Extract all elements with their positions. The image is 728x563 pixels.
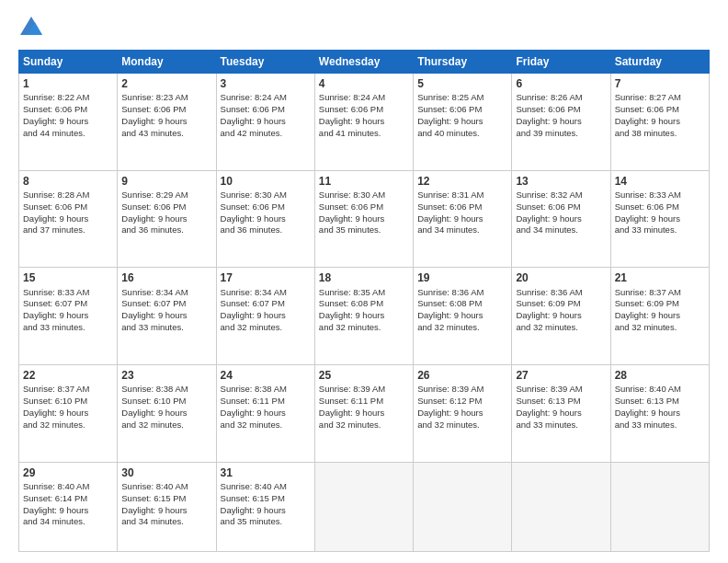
- day-number: 31: [221, 465, 311, 480]
- calendar-cell: 27Sunrise: 8:39 AMSunset: 6:13 PMDayligh…: [512, 365, 610, 463]
- cell-info-line: and 41 minutes.: [319, 128, 409, 140]
- logo-icon: [18, 15, 44, 40]
- calendar-cell: 10Sunrise: 8:30 AMSunset: 6:06 PMDayligh…: [216, 170, 314, 268]
- day-number: 19: [417, 270, 507, 285]
- calendar-cell: 3Sunrise: 8:24 AMSunset: 6:06 PMDaylight…: [216, 74, 314, 171]
- day-number: 26: [417, 368, 507, 383]
- day-number: 24: [221, 368, 311, 383]
- cell-info-line: Daylight: 9 hours: [23, 116, 113, 128]
- calendar-cell: [314, 462, 413, 551]
- cell-info-line: and 32 minutes.: [319, 419, 409, 431]
- calendar-cell: 23Sunrise: 8:38 AMSunset: 6:10 PMDayligh…: [118, 365, 216, 463]
- calendar-cell: 25Sunrise: 8:39 AMSunset: 6:11 PMDayligh…: [314, 365, 413, 463]
- cell-info-line: and 35 minutes.: [319, 224, 409, 236]
- calendar-cell: 15Sunrise: 8:33 AMSunset: 6:07 PMDayligh…: [19, 268, 118, 365]
- cell-info-line: Sunset: 6:12 PM: [417, 396, 507, 408]
- cell-info-line: Sunset: 6:13 PM: [615, 396, 705, 408]
- cell-info-line: and 36 minutes.: [221, 224, 311, 236]
- cell-info-line: and 33 minutes.: [615, 224, 705, 236]
- cell-info-line: Sunrise: 8:34 AM: [121, 287, 211, 299]
- cell-info-line: Daylight: 9 hours: [615, 310, 705, 322]
- cell-info-line: Sunset: 6:13 PM: [516, 396, 606, 408]
- cell-info-line: Sunset: 6:15 PM: [121, 493, 211, 505]
- cell-info-line: and 32 minutes.: [221, 419, 311, 431]
- calendar-cell: [610, 462, 709, 551]
- cell-info-line: Sunrise: 8:24 AM: [319, 92, 409, 104]
- calendar-cell: [414, 462, 512, 551]
- cell-info-line: Sunset: 6:08 PM: [417, 298, 507, 310]
- cell-info-line: Daylight: 9 hours: [221, 505, 311, 517]
- cell-info-line: Sunset: 6:10 PM: [23, 396, 113, 408]
- cell-info-line: Sunset: 6:10 PM: [121, 396, 211, 408]
- cell-info-line: Daylight: 9 hours: [221, 213, 311, 225]
- calendar-cell: 29Sunrise: 8:40 AMSunset: 6:14 PMDayligh…: [19, 462, 118, 551]
- calendar-cell: 20Sunrise: 8:36 AMSunset: 6:09 PMDayligh…: [512, 268, 610, 365]
- cell-info-line: Sunrise: 8:23 AM: [121, 92, 211, 104]
- cell-info-line: Daylight: 9 hours: [121, 213, 211, 225]
- calendar-cell: 11Sunrise: 8:30 AMSunset: 6:06 PMDayligh…: [314, 170, 413, 268]
- cell-info-line: Sunrise: 8:31 AM: [417, 190, 507, 201]
- day-number: 23: [121, 368, 211, 383]
- cell-info-line: Sunrise: 8:26 AM: [516, 92, 606, 104]
- cell-info-line: and 32 minutes.: [319, 322, 409, 334]
- cell-info-line: Daylight: 9 hours: [121, 505, 211, 517]
- cell-info-line: and 33 minutes.: [516, 419, 606, 431]
- cell-info-line: Sunset: 6:08 PM: [319, 298, 409, 310]
- cell-info-line: and 32 minutes.: [221, 322, 311, 334]
- day-header-wednesday: Wednesday: [314, 51, 413, 74]
- calendar-cell: 8Sunrise: 8:28 AMSunset: 6:06 PMDaylight…: [19, 170, 118, 268]
- cell-info-line: Sunset: 6:09 PM: [615, 298, 705, 310]
- calendar-cell: 26Sunrise: 8:39 AMSunset: 6:12 PMDayligh…: [414, 365, 512, 463]
- cell-info-line: Sunset: 6:15 PM: [221, 493, 311, 505]
- calendar-cell: 19Sunrise: 8:36 AMSunset: 6:08 PMDayligh…: [414, 268, 512, 365]
- cell-info-line: and 33 minutes.: [615, 419, 705, 431]
- cell-info-line: Sunset: 6:06 PM: [319, 104, 409, 116]
- cell-info-line: Sunrise: 8:37 AM: [23, 384, 113, 396]
- cell-info-line: Sunrise: 8:36 AM: [417, 287, 507, 299]
- cell-info-line: and 42 minutes.: [221, 128, 311, 140]
- calendar-table: SundayMondayTuesdayWednesdayThursdayFrid…: [18, 50, 710, 552]
- day-number: 28: [615, 368, 705, 383]
- cell-info-line: and 32 minutes.: [516, 322, 606, 334]
- cell-info-line: and 37 minutes.: [23, 224, 113, 236]
- cell-info-line: Daylight: 9 hours: [121, 116, 211, 128]
- day-number: 20: [516, 270, 606, 285]
- day-number: 13: [516, 174, 606, 189]
- cell-info-line: and 39 minutes.: [516, 128, 606, 140]
- cell-info-line: and 32 minutes.: [23, 419, 113, 431]
- cell-info-line: Sunset: 6:06 PM: [121, 104, 211, 116]
- cell-info-line: Daylight: 9 hours: [319, 213, 409, 225]
- cell-info-line: Sunset: 6:07 PM: [23, 298, 113, 310]
- calendar-cell: 7Sunrise: 8:27 AMSunset: 6:06 PMDaylight…: [610, 74, 709, 171]
- cell-info-line: Sunset: 6:06 PM: [23, 104, 113, 116]
- cell-info-line: Sunset: 6:14 PM: [23, 493, 113, 505]
- calendar-cell: 31Sunrise: 8:40 AMSunset: 6:15 PMDayligh…: [216, 462, 314, 551]
- cell-info-line: Sunrise: 8:40 AM: [615, 384, 705, 396]
- page: SundayMondayTuesdayWednesdayThursdayFrid…: [0, 0, 728, 563]
- cell-info-line: Sunrise: 8:39 AM: [516, 384, 606, 396]
- day-header-tuesday: Tuesday: [216, 51, 314, 74]
- day-number: 17: [221, 270, 311, 285]
- cell-info-line: and 32 minutes.: [121, 419, 211, 431]
- cell-info-line: Daylight: 9 hours: [615, 116, 705, 128]
- day-number: 27: [516, 368, 606, 383]
- cell-info-line: and 40 minutes.: [417, 128, 507, 140]
- cell-info-line: Sunset: 6:07 PM: [221, 298, 311, 310]
- cell-info-line: Sunrise: 8:36 AM: [516, 287, 606, 299]
- cell-info-line: Sunrise: 8:35 AM: [319, 287, 409, 299]
- cell-info-line: Daylight: 9 hours: [516, 310, 606, 322]
- cell-info-line: Daylight: 9 hours: [221, 310, 311, 322]
- cell-info-line: Sunset: 6:06 PM: [23, 201, 113, 213]
- cell-info-line: Daylight: 9 hours: [221, 116, 311, 128]
- cell-info-line: Daylight: 9 hours: [319, 116, 409, 128]
- day-number: 10: [221, 174, 311, 189]
- calendar-cell: 2Sunrise: 8:23 AMSunset: 6:06 PMDaylight…: [118, 74, 216, 171]
- cell-info-line: Daylight: 9 hours: [121, 408, 211, 419]
- cell-info-line: Daylight: 9 hours: [319, 310, 409, 322]
- cell-info-line: Daylight: 9 hours: [319, 408, 409, 419]
- cell-info-line: and 33 minutes.: [121, 322, 211, 334]
- day-number: 6: [516, 76, 606, 91]
- day-number: 9: [121, 174, 211, 189]
- calendar-cell: 9Sunrise: 8:29 AMSunset: 6:06 PMDaylight…: [118, 170, 216, 268]
- cell-info-line: Sunrise: 8:30 AM: [221, 190, 311, 201]
